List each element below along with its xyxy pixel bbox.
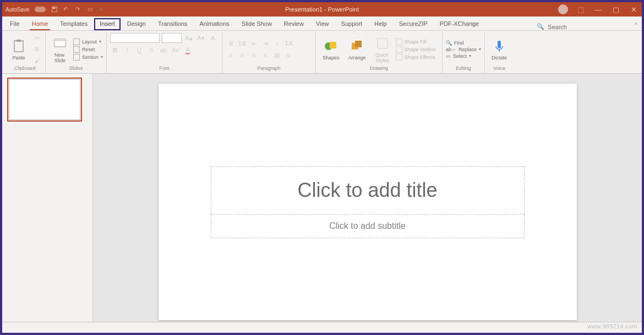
smartart-icon[interactable]: ⧈ [283,50,293,60]
subtitle-placeholder[interactable]: Click to add subtitle [211,215,525,238]
slide-thumbnail-1[interactable] [9,79,80,120]
new-slide-label: New Slide [54,52,66,63]
find-icon: 🔍 [446,40,452,46]
underline-icon[interactable]: U [134,45,144,55]
svg-rect-5 [54,39,66,41]
align-right-icon[interactable]: ≡ [249,50,259,60]
svg-rect-1 [53,7,56,9]
dictate-button[interactable]: Dictate [488,37,510,62]
decrease-font-icon[interactable]: A▾ [196,33,206,43]
shadow-icon[interactable]: ab [159,45,168,55]
select-button[interactable]: ▭Select▾ [446,53,481,59]
group-font: A▴ A▾ A̶ B I U S ab AV A Font [107,32,222,73]
new-slide-button[interactable]: New Slide [49,35,71,64]
select-label: Select [453,53,467,59]
shape-fill-button[interactable]: Shape Fill [396,39,436,45]
strike-icon[interactable]: S [146,45,156,55]
close-button[interactable]: ✕ [629,6,638,14]
arrange-button[interactable]: Arrange [345,37,369,62]
save-icon[interactable] [51,6,58,13]
tab-support[interactable]: Support [336,18,368,30]
title-placeholder[interactable]: Click to add title [211,166,525,215]
columns-icon[interactable]: ▥ [272,50,282,60]
tab-review[interactable]: Review [279,18,309,30]
spacing-icon[interactable]: AV [171,45,181,55]
font-family-select[interactable] [110,33,160,43]
increase-font-icon[interactable]: A▴ [184,33,194,43]
shape-effects-button[interactable]: Shape Effects [396,54,436,61]
tab-slideshow[interactable]: Slide Show [236,18,277,30]
qat-customize-icon[interactable]: ▾ [100,7,102,12]
tab-help[interactable]: Help [369,18,392,30]
cut-icon[interactable]: ✂ [32,34,42,43]
arrange-icon [350,39,365,54]
replace-label: Replace [459,47,477,52]
copy-icon[interactable]: ⧉ [32,45,42,54]
line-spacing-icon[interactable]: ↕ [272,39,282,48]
group-clipboard: Paste ✂ ⧉ 🖌 Clipboard [4,32,46,73]
collapse-ribbon-icon[interactable]: ^ [630,19,642,30]
tab-view[interactable]: View [310,18,335,30]
slide-canvas[interactable]: Click to add title Click to add subtitle [93,74,642,322]
section-button[interactable]: Section▾ [73,54,103,61]
tab-design[interactable]: Design [122,18,151,30]
status-bar [2,322,642,333]
shape-outline-button[interactable]: Shape Outline [396,46,436,53]
format-painter-icon[interactable]: 🖌 [32,56,42,65]
tab-transitions[interactable]: Transitions [152,18,193,30]
replace-button[interactable]: ab↔Replace▾ [446,47,481,52]
clear-format-icon[interactable]: A̶ [208,33,218,43]
text-direction-icon[interactable]: ↧A [283,39,293,48]
layout-button[interactable]: Layout▾ [73,39,103,45]
clipboard-icon [11,39,26,54]
group-label-drawing: Drawing [319,65,439,72]
maximize-button[interactable]: ▢ [611,6,621,14]
dictate-label: Dictate [492,55,507,61]
select-icon: ▭ [446,53,451,59]
slide-thumbnail-panel [2,74,93,322]
indent-increase-icon[interactable]: ⇥ [260,39,270,48]
quick-styles-button[interactable]: Quick Styles [372,35,394,64]
tab-home[interactable]: Home [26,18,53,30]
tab-file[interactable]: File [4,18,25,30]
tab-animations[interactable]: Animations [194,18,234,30]
reset-button[interactable]: Reset [73,46,103,53]
align-center-icon[interactable]: ≡ [237,50,247,60]
group-label-slides: Slides [49,65,103,72]
font-color-icon[interactable]: A [183,45,193,55]
find-button[interactable]: 🔍Find [446,40,481,46]
autosave-label: AutoSave [6,7,29,13]
justify-icon[interactable]: ≡ [260,50,270,60]
tab-insert[interactable]: Insert [94,18,121,30]
watermark: www.989214.com [587,323,637,329]
font-size-select[interactable] [162,33,182,43]
window-controls: ⬚ — ▢ ✕ [558,4,638,14]
align-left-icon[interactable]: ≡ [226,50,236,60]
numbering-icon[interactable]: 1≣ [237,39,247,48]
minimize-button[interactable]: — [593,6,603,14]
ribbon-display-icon[interactable]: ⬚ [576,6,586,14]
bold-icon[interactable]: B [110,45,120,55]
title-bar: AutoSave ↶ ↷ ▭ ▾ Presentation1 - PowerPo… [2,2,642,17]
paste-button[interactable]: Paste [8,37,30,62]
arrange-label: Arrange [348,55,366,61]
svg-rect-3 [17,40,21,42]
tab-templates[interactable]: Templates [54,18,93,30]
tab-pdfxchange[interactable]: PDF-XChange [434,18,485,30]
indent-decrease-icon[interactable]: ⇤ [249,39,259,48]
italic-icon[interactable]: I [122,45,132,55]
from-beginning-icon[interactable]: ▭ [88,6,94,13]
find-label: Find [454,40,464,46]
layout-label: Layout [82,39,97,45]
redo-icon[interactable]: ↷ [75,6,82,13]
autosave-toggle-icon[interactable] [35,7,46,12]
shapes-button[interactable]: Shapes [319,37,343,62]
svg-rect-11 [498,41,501,48]
search-box[interactable]: 🔍 Search [537,23,578,30]
account-icon[interactable] [558,4,568,14]
ribbon-tabs: File Home Templates Insert Design Transi… [2,17,642,31]
layout-icon [73,39,80,45]
undo-icon[interactable]: ↶ [63,6,70,13]
bullets-icon[interactable]: ≣ [226,39,236,48]
tab-securezip[interactable]: SecureZIP [394,18,433,30]
